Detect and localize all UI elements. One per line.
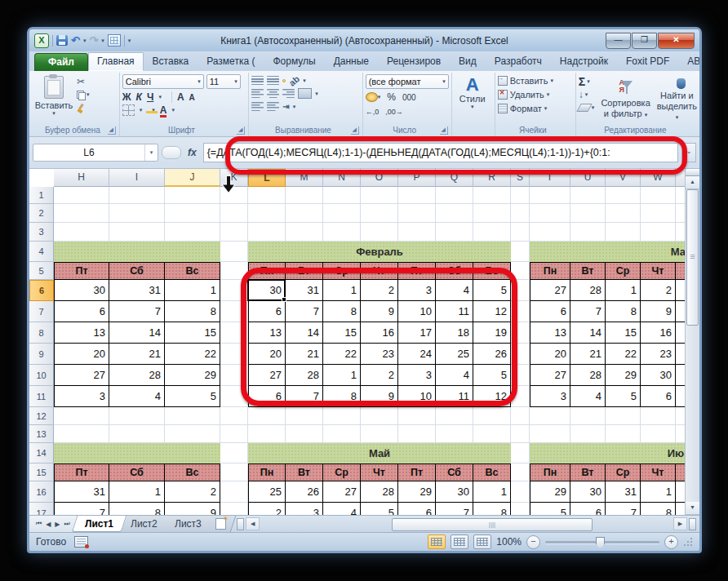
dialog-launcher-icon[interactable]: ◢ xyxy=(351,126,359,135)
day-header-top-right[interactable]: Пн xyxy=(530,262,570,280)
day-header-bottom-right[interactable]: Ср xyxy=(606,463,641,481)
cell[interactable] xyxy=(220,503,248,515)
calendar-cell[interactable]: 30 xyxy=(248,280,286,301)
cell[interactable] xyxy=(220,386,248,407)
underline-dropdown-icon[interactable]: ▾ xyxy=(158,94,162,100)
calendar-cell[interactable]: 30 xyxy=(54,280,109,301)
calendar-cell[interactable]: 27 xyxy=(530,365,570,386)
calendar-cell[interactable]: 22 xyxy=(165,344,220,365)
minimize-button[interactable]: — xyxy=(606,33,631,49)
calendar-cell[interactable]: 2 xyxy=(165,481,220,503)
calendar-cell[interactable]: 6 xyxy=(641,386,676,407)
cell[interactable] xyxy=(530,187,570,204)
calendar-cell[interactable]: 31 xyxy=(606,481,641,503)
cell[interactable] xyxy=(511,386,530,407)
cell[interactable] xyxy=(511,187,530,204)
day-header-bottom-mid[interactable]: Чт xyxy=(361,463,398,481)
row-header-1[interactable]: 1 xyxy=(29,187,54,204)
tab-foxit-pdf[interactable]: Foxit PDF xyxy=(617,52,678,71)
row-header-8[interactable]: 8 xyxy=(29,322,54,344)
scroll-split-handle[interactable] xyxy=(689,518,696,530)
calendar-cell[interactable]: 14 xyxy=(109,322,165,344)
cell[interactable] xyxy=(109,407,165,425)
day-header-bottom-left[interactable]: Сб xyxy=(109,463,165,481)
currency-button[interactable]: ▾ xyxy=(366,92,381,102)
cell[interactable] xyxy=(220,481,248,503)
calendar-cell[interactable]: 29 xyxy=(530,481,570,503)
calendar-cell[interactable]: 17 xyxy=(398,322,436,344)
calendar-cell[interactable]: 14 xyxy=(570,322,606,344)
cell[interactable] xyxy=(286,223,323,242)
calendar-cell[interactable]: 26 xyxy=(473,344,511,365)
align-middle-button[interactable] xyxy=(267,76,279,85)
tab-главная[interactable]: Главная xyxy=(88,52,144,71)
month-banner-top-mid[interactable]: Февраль xyxy=(248,242,511,262)
calendar-cell[interactable]: 11 xyxy=(436,386,473,407)
day-header-top-left[interactable]: Сб xyxy=(109,262,165,280)
cell[interactable] xyxy=(511,344,530,365)
cell[interactable] xyxy=(220,262,248,280)
zoom-slider[interactable] xyxy=(545,541,659,543)
calendar-cell[interactable]: 5 xyxy=(361,503,398,515)
day-header-bottom-mid[interactable]: Пт xyxy=(398,463,436,481)
calendar-cell[interactable]: 20 xyxy=(54,344,109,365)
cell[interactable] xyxy=(361,407,398,425)
cell[interactable] xyxy=(570,407,606,425)
cell[interactable] xyxy=(473,407,511,425)
day-header-bottom-right[interactable]: Пн xyxy=(530,463,570,481)
day-header-bottom-left[interactable]: Пт xyxy=(54,463,109,481)
column-header-l[interactable]: L xyxy=(248,169,286,187)
calendar-cell[interactable]: 5 xyxy=(473,365,511,386)
last-sheet-icon[interactable]: ⏭ xyxy=(64,520,70,528)
calendar-cell[interactable]: 27 xyxy=(323,481,361,503)
calendar-cell[interactable]: 4 xyxy=(323,503,361,515)
column-header-h[interactable]: H xyxy=(54,169,109,187)
cell[interactable] xyxy=(165,187,220,204)
cell[interactable] xyxy=(361,425,398,443)
cell[interactable] xyxy=(570,425,606,443)
align-top-button[interactable] xyxy=(251,76,264,85)
formula-input[interactable]: {=ДАТА(ГОД(L4);МЕСЯЦ(L4);1-1)-(ДЕНЬНЕД(Д… xyxy=(203,143,678,162)
calendar-cell[interactable]: 25 xyxy=(248,481,286,503)
decrease-indent-button[interactable] xyxy=(251,102,264,111)
calendar-cell[interactable]: 10 xyxy=(398,386,436,407)
calendar-cell[interactable]: 14 xyxy=(286,322,323,344)
cell[interactable] xyxy=(323,204,361,223)
day-header-top-mid[interactable]: Чт xyxy=(361,262,398,280)
sort-filter-button[interactable]: АЯ Сортировка и фильтр ▾ xyxy=(601,74,650,125)
calendar-cell[interactable]: 1 xyxy=(165,280,220,301)
increase-decimal-button[interactable]: ←,0 xyxy=(366,108,380,116)
number-format-select[interactable]: (все формат▾ xyxy=(366,74,449,89)
cell[interactable] xyxy=(473,187,511,204)
cell[interactable] xyxy=(54,204,109,223)
month-banner-bottom-left[interactable] xyxy=(54,443,220,463)
cell[interactable] xyxy=(511,301,530,322)
calendar-cell[interactable]: 8 xyxy=(473,503,511,515)
calendar-cell[interactable]: 24 xyxy=(398,344,436,365)
name-box-dropdown-icon[interactable]: ▾ xyxy=(144,144,158,161)
calendar-cell[interactable]: 20 xyxy=(530,344,570,365)
cell[interactable] xyxy=(606,187,641,204)
calendar-cell[interactable]: 3 xyxy=(398,365,436,386)
calendar-cell[interactable]: 6 xyxy=(54,301,109,322)
close-button[interactable]: ✕ xyxy=(658,33,695,49)
sheet-tab-лист1[interactable]: Лист1 xyxy=(71,516,127,532)
calendar-cell[interactable]: 3 xyxy=(54,386,109,407)
calendar-cell[interactable]: 31 xyxy=(109,280,165,301)
view-page-layout-button[interactable] xyxy=(451,534,468,549)
next-sheet-icon[interactable]: ▶ xyxy=(55,521,60,528)
month-banner-top-right[interactable]: Март xyxy=(530,242,686,262)
styles-button[interactable]: А Стили▾ xyxy=(455,74,491,110)
cell[interactable] xyxy=(248,204,286,223)
cell[interactable] xyxy=(511,223,530,242)
autosum-button[interactable]: Σ▾ xyxy=(579,76,595,87)
decrease-decimal-button[interactable]: ,00→ xyxy=(385,108,403,116)
day-header-bottom-mid[interactable]: Вт xyxy=(286,463,323,481)
day-header-top-right[interactable]: Вт xyxy=(570,262,606,280)
cell[interactable] xyxy=(606,204,641,223)
font-color-dropdown-icon[interactable]: ▾ xyxy=(171,107,175,113)
day-header-top-left[interactable]: Вс xyxy=(165,262,220,280)
day-header-bottom-mid[interactable]: Ср xyxy=(323,463,361,481)
tab-вид[interactable]: Вид xyxy=(450,52,486,71)
calendar-cell[interactable]: 6 xyxy=(398,503,436,515)
